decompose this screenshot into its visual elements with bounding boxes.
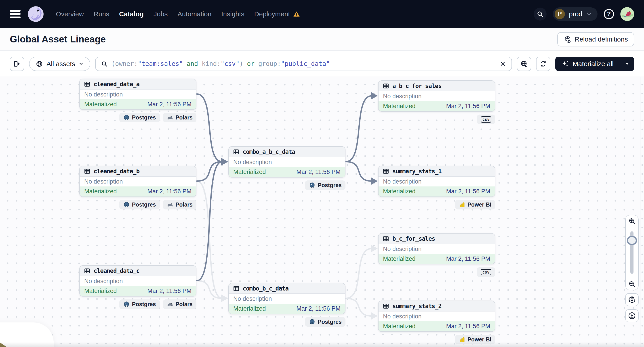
lineage-toolbar: All assets (owner:"team:sales" and kind:… [0, 51, 644, 77]
zoom-in-button[interactable] [626, 215, 638, 227]
asset-description: No description [229, 157, 345, 167]
kind-tag-polars[interactable]: Polars [163, 300, 196, 309]
asset-node-combo_a_b_c_data[interactable]: combo_a_b_c_data No description Material… [228, 146, 346, 190]
reload-definitions-button[interactable]: Reload definitions [557, 32, 634, 46]
asset-node-cleaned_data_b[interactable]: cleaned_data_b No description Materializ… [79, 166, 196, 209]
asset-scope-label: All assets [46, 60, 75, 68]
asset-timestamp[interactable]: Mar 2, 11:56 PM [446, 103, 490, 110]
asset-timestamp[interactable]: Mar 2, 11:56 PM [147, 188, 192, 195]
table-icon [382, 168, 389, 175]
asset-node-a_b_c_for_sales[interactable]: a_b_c_for_sales No description Materiali… [378, 80, 495, 124]
download-graph-button[interactable] [625, 309, 639, 322]
asset-node-card[interactable]: cleaned_data_a No description Materializ… [79, 79, 196, 110]
panel-toggle-icon [13, 60, 21, 68]
asset-description: No description [229, 294, 345, 304]
asset-node-card[interactable]: combo_a_b_c_data No description Material… [228, 146, 346, 178]
asset-scope-dropdown[interactable]: All assets [29, 57, 90, 71]
materialize-options-caret[interactable] [620, 57, 634, 71]
asset-node-cleaned_data_c[interactable]: cleaned_data_c No description Materializ… [79, 265, 196, 309]
nav-links: OverviewRunsCatalogJobsAutomationInsight… [56, 10, 300, 18]
kind-tag-postgres[interactable]: Postgres [305, 317, 346, 327]
asset-node-header: combo_a_b_c_data [229, 147, 345, 157]
asset-node-card[interactable]: cleaned_data_b No description Materializ… [79, 166, 196, 197]
kind-tag-csv[interactable]: csv [477, 115, 495, 124]
asset-timestamp[interactable]: Mar 2, 11:56 PM [446, 188, 490, 195]
asset-description: No description [378, 312, 495, 321]
warning-icon [293, 11, 300, 17]
nav-item-overview[interactable]: Overview [56, 10, 84, 18]
asset-node-card[interactable]: summary_stats_1 No description Materiali… [378, 166, 495, 197]
asset-node-card[interactable]: a_b_c_for_sales No description Materiali… [378, 80, 495, 112]
asset-node-header: summary_stats_2 [378, 301, 495, 312]
asset-timestamp[interactable]: Mar 2, 11:56 PM [446, 323, 490, 330]
table-icon [233, 285, 240, 292]
nav-item-insights[interactable]: Insights [221, 10, 244, 18]
nav-item-automation[interactable]: Automation [178, 10, 212, 18]
asset-node-header: b_c_for_sales [378, 234, 495, 244]
zoom-out-button[interactable] [626, 278, 638, 290]
asset-node-summary_stats_1[interactable]: summary_stats_1 No description Materiali… [378, 166, 495, 209]
nav-item-runs[interactable]: Runs [94, 10, 109, 18]
open-left-panel-button[interactable] [10, 57, 24, 71]
asset-node-b_c_for_sales[interactable]: b_c_for_sales No description Materialize… [378, 233, 495, 277]
asset-search-input[interactable]: (owner:"team:sales" and kind:"csv") or g… [95, 57, 512, 71]
asset-status: Materialized [383, 188, 416, 195]
asset-tags: Power BI [378, 200, 495, 209]
kind-tag-label: Postgres [132, 301, 156, 308]
asset-timestamp[interactable]: Mar 2, 11:56 PM [147, 288, 192, 295]
new-catalog-view-button[interactable] [517, 57, 531, 71]
kind-tag-postgres[interactable]: Postgres [119, 200, 160, 209]
asset-node-header: combo_b_c_data [229, 283, 345, 294]
kind-tag-label: Power BI [468, 336, 492, 343]
asset-node-card[interactable]: b_c_for_sales No description Materialize… [378, 233, 495, 264]
search-icon[interactable] [534, 7, 546, 20]
zoom-in-icon [628, 217, 636, 225]
materialize-all-button[interactable]: Materialize all [555, 57, 634, 71]
graph-settings-button[interactable] [625, 293, 639, 306]
asset-node-summary_stats_2[interactable]: summary_stats_2 No description Materiali… [378, 301, 495, 344]
asset-node-card[interactable]: combo_b_c_data No description Materializ… [228, 283, 346, 314]
zoom-slider-thumb[interactable] [627, 236, 637, 245]
asset-node-card[interactable]: cleaned_data_c No description Materializ… [79, 265, 196, 297]
dagster-logo[interactable] [27, 5, 45, 23]
postgres-icon [309, 182, 316, 189]
zoom-out-icon [628, 280, 636, 288]
asset-status-row: Materialized Mar 2, 11:56 PM [378, 186, 495, 197]
clear-search-icon[interactable] [500, 60, 506, 67]
kind-tag-label: Power BI [468, 201, 492, 208]
asset-timestamp[interactable]: Mar 2, 11:56 PM [147, 101, 192, 108]
kind-tag-polars[interactable]: Polars [163, 200, 196, 209]
kind-tag-csv[interactable]: csv [477, 267, 495, 277]
asset-timestamp[interactable]: Mar 2, 11:56 PM [296, 169, 340, 176]
kind-tag-powerbi[interactable]: Power BI [455, 335, 495, 344]
kind-tag-polars[interactable]: Polars [163, 113, 196, 122]
asset-status-row: Materialized Mar 2, 11:56 PM [80, 186, 196, 197]
hamburger-menu-icon[interactable] [10, 10, 20, 18]
asset-tags: Postgres [228, 317, 346, 327]
zoom-slider[interactable] [626, 227, 638, 278]
chevron-down-icon [586, 11, 592, 17]
refresh-button[interactable] [536, 57, 550, 71]
kind-tag-label: Polars [176, 301, 192, 308]
help-icon[interactable]: ? [604, 9, 614, 19]
kind-tag-powerbi[interactable]: Power BI [455, 200, 495, 209]
nav-item-deployment[interactable]: Deployment [254, 10, 300, 18]
nav-item-jobs[interactable]: Jobs [154, 10, 168, 18]
user-avatar[interactable] [620, 7, 634, 21]
asset-tags: csv [378, 115, 495, 124]
kind-tag-postgres[interactable]: Postgres [305, 180, 346, 190]
kind-tag-postgres[interactable]: Postgres [119, 113, 160, 122]
asset-node-cleaned_data_a[interactable]: cleaned_data_a No description Materializ… [79, 79, 196, 122]
nav-item-catalog[interactable]: Catalog [119, 10, 144, 18]
materialize-all-main[interactable]: Materialize all [555, 57, 620, 71]
asset-node-combo_b_c_data[interactable]: combo_b_c_data No description Materializ… [228, 283, 346, 327]
asset-description: No description [80, 177, 196, 186]
asset-timestamp[interactable]: Mar 2, 11:56 PM [446, 256, 490, 262]
kind-tag-postgres[interactable]: Postgres [119, 300, 160, 309]
environment-switcher[interactable]: P prod [553, 7, 598, 21]
power-bi-icon [459, 337, 465, 343]
asset-status: Materialized [84, 288, 117, 295]
asset-node-card[interactable]: summary_stats_2 No description Materiali… [378, 301, 495, 332]
asset-timestamp[interactable]: Mar 2, 11:56 PM [296, 305, 340, 312]
table-icon [84, 168, 90, 175]
